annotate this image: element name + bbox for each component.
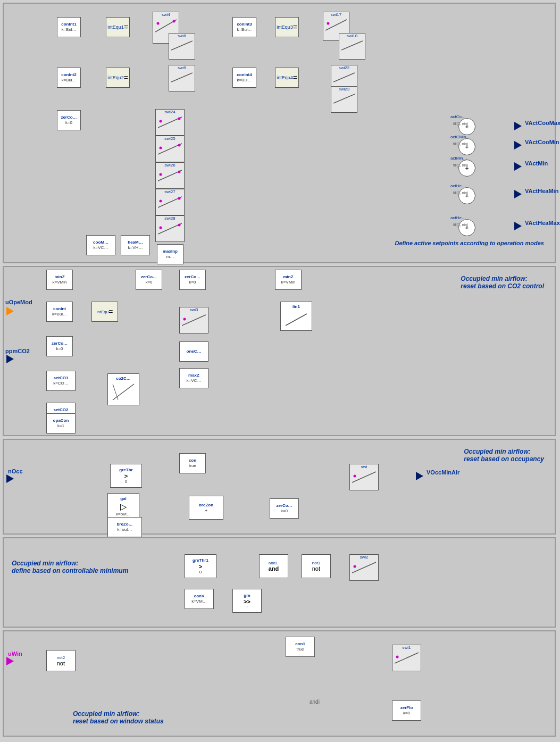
conInt1-sub: k=Bul… bbox=[61, 27, 76, 32]
gal-sub: k=out… bbox=[116, 512, 131, 517]
conInt3-title: conInt3 bbox=[237, 22, 252, 27]
section-co2: Occupied min airflow:reset based on CO2 … bbox=[3, 266, 556, 436]
section-top: Define active setpoints according to ope… bbox=[3, 3, 556, 263]
VActCooMin-label: VActCooMin bbox=[525, 139, 559, 145]
swi18-label: swi18 bbox=[339, 34, 365, 38]
minZ-co2-block: minZ k=VMin bbox=[46, 270, 73, 290]
setCO1-title: setCO1 bbox=[53, 376, 68, 380]
VActMin-label: VActMin bbox=[525, 160, 548, 166]
zerFlo-block: zerFlo k=0 bbox=[392, 701, 421, 721]
swi9-label: swi9 bbox=[169, 65, 195, 70]
maxZ-title: maxZ bbox=[188, 373, 199, 378]
swi22-label: swi22 bbox=[331, 65, 357, 70]
section-ctrl-label: Occupied min airflow:define based on con… bbox=[12, 560, 128, 574]
section-occ: Occupied min airflow:reset based on occu… bbox=[3, 439, 556, 535]
intEqu1-block: intEqu1 = bbox=[106, 17, 130, 37]
swi-occ-label: swi bbox=[350, 464, 378, 469]
con1-win-sub: true bbox=[297, 647, 304, 652]
zerCo-co2r-block: zerCo… k=0 bbox=[136, 270, 162, 290]
conInt-co2-block: conInt k=Bul… bbox=[46, 302, 73, 322]
gre-ctrl-op: >> bbox=[244, 598, 250, 605]
conInt4-sub: k=Bul… bbox=[237, 78, 252, 83]
svg-point-64 bbox=[178, 118, 181, 120]
svg-point-53 bbox=[157, 22, 160, 25]
conInt4-block: conInt4 k=Bul… bbox=[232, 68, 256, 88]
conInt1-block: conInt1 k=Bul… bbox=[57, 17, 81, 37]
conInt-co2-sub: k=Bul… bbox=[52, 312, 67, 317]
svg-point-78 bbox=[183, 318, 186, 321]
uOpeMod-label: uOpeMod bbox=[5, 299, 32, 305]
intEqu-co2-op: = bbox=[108, 307, 113, 316]
swi27-label: swi27 bbox=[156, 189, 184, 194]
zerCo-co2r-sub: k=0 bbox=[145, 280, 152, 285]
breZo2-title: breZo… bbox=[116, 522, 132, 527]
swi25-label: swi25 bbox=[156, 136, 184, 141]
intEqu-co2-block: intEqu = bbox=[91, 302, 118, 322]
zerFlo-title: zerFlo bbox=[400, 705, 413, 710]
actCooMin-label: actCMin… bbox=[450, 135, 470, 139]
actCooMin-sum: + bbox=[458, 138, 475, 155]
intEqu1-op: = bbox=[124, 23, 128, 31]
swi18-block: swi18 bbox=[339, 33, 365, 60]
actHeMax-label: actHe… bbox=[450, 215, 466, 220]
swi26-label: swi26 bbox=[156, 163, 184, 168]
con-occ-block: con true bbox=[179, 453, 206, 473]
svg-line-81 bbox=[286, 314, 307, 326]
greThr-title: greThr bbox=[119, 468, 132, 472]
section-ctrl: Occupied min airflow:define based on con… bbox=[3, 537, 556, 628]
svg-point-76 bbox=[178, 224, 181, 227]
breZon-title: breZon bbox=[199, 503, 213, 507]
VActMin-arrow bbox=[514, 162, 522, 172]
svg-point-66 bbox=[160, 147, 162, 149]
swi17-label: swi17 bbox=[323, 12, 349, 17]
zerCo-occ-block: zerCo… k=0 bbox=[270, 498, 299, 519]
zerCo-co2rr-block: zerCo… k=0 bbox=[179, 270, 206, 290]
oneC-block: oneC… bbox=[179, 341, 208, 362]
svg-line-56 bbox=[171, 73, 193, 82]
breZon-block: breZon + bbox=[189, 496, 223, 520]
svg-point-54 bbox=[173, 20, 175, 23]
not1-block: not1 not bbox=[302, 554, 331, 578]
greThr-block: greThr > 0 bbox=[110, 464, 142, 488]
swi23-block: swi23 bbox=[331, 86, 357, 113]
svg-line-84 bbox=[352, 562, 376, 573]
maxInp-sub: m… bbox=[166, 254, 174, 260]
svg-point-69 bbox=[160, 173, 162, 176]
actMin-label: actMin… bbox=[450, 156, 467, 161]
intEqu2-title: intEqu2 bbox=[107, 75, 124, 80]
co2C-title: co2C… bbox=[116, 376, 131, 381]
opaCon-title: opaCon bbox=[53, 418, 69, 423]
intEqu1-title: intEqu1 bbox=[107, 24, 124, 30]
VActCooMax-arrow bbox=[514, 122, 522, 131]
maxInp-title: maxInp bbox=[163, 249, 178, 254]
svg-line-61 bbox=[333, 94, 355, 103]
lin1-title: lin1 bbox=[292, 304, 300, 309]
not2-block: not2 not bbox=[46, 650, 76, 671]
zerCo-top-block: zerCo… k=0 bbox=[57, 110, 81, 130]
conInt3-block: conInt3 k=Bul… bbox=[232, 17, 256, 37]
swi3-block: swi3 bbox=[179, 307, 208, 334]
cooM-block: cooM… k=VC… bbox=[86, 235, 115, 255]
gre-ctrl-block: gre >> ↑ bbox=[232, 589, 262, 613]
intEqu4-op: = bbox=[293, 73, 297, 82]
breZon-op: + bbox=[205, 508, 207, 513]
conV-ctrl-title: conV bbox=[194, 594, 205, 598]
not1-title: not1 bbox=[312, 561, 321, 565]
svg-line-77 bbox=[182, 315, 206, 326]
greThr-sub: 0 bbox=[125, 479, 127, 485]
actHeMin-sub: fill(1, nin) bbox=[453, 191, 468, 195]
conInt2-title: conInt2 bbox=[61, 72, 76, 77]
swi1-win-label: swi1 bbox=[392, 645, 421, 650]
svg-point-85 bbox=[354, 565, 356, 568]
gre-ctrl-title: gre bbox=[244, 593, 250, 598]
section-occ-label: Occupied min airflow:reset based on occu… bbox=[464, 448, 544, 463]
lin1-block: lin1 bbox=[280, 302, 312, 331]
greThr-op: > bbox=[124, 473, 128, 479]
VActHeaMin-arrow bbox=[514, 190, 522, 199]
actMin-sum: + bbox=[458, 160, 475, 177]
conInt1-title: conInt1 bbox=[61, 22, 76, 27]
nOcc-label: nOcc bbox=[8, 468, 23, 474]
svg-point-83 bbox=[354, 475, 356, 478]
svg-line-82 bbox=[352, 472, 376, 482]
swi24-block: swi24 bbox=[155, 109, 185, 136]
